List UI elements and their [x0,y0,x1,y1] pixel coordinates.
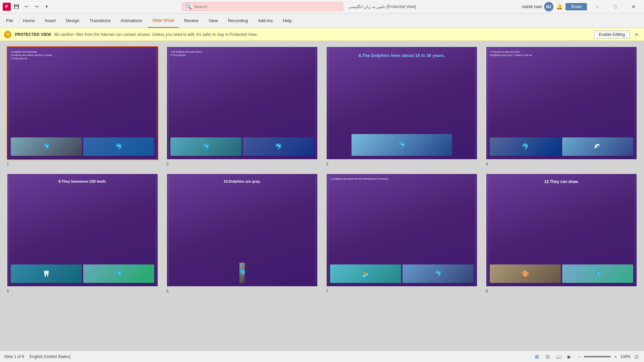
slide-3-img: 🐬 [352,134,452,156]
search-box[interactable]: 🔍 [182,2,343,11]
slide-1-number: 1 [7,162,158,167]
shield-icon: 🛡 [4,31,11,38]
slide-2-img-2: 🐬 [243,137,314,156]
protected-message: Be careful—files from the Internet can c… [54,32,591,37]
zoom-slider-fill [584,356,611,357]
slides-grid: 1.Dolphins are mammals.2.Dolphins are ma… [7,46,637,294]
slide-4-text: 7.They love to play and jump .8.Dolphins… [490,50,633,57]
close-button[interactable]: ✕ [626,0,641,13]
slide-item-1[interactable]: 1.Dolphins are mammals.2.Dolphins are ma… [7,46,158,167]
slide-thumb-1[interactable]: 1.Dolphins are mammals.2.Dolphins are ma… [7,46,158,160]
slide-2-number: 2 [166,162,318,167]
tab-view[interactable]: View [204,13,223,28]
slide-thumb-8[interactable]: 12.They can draw. 🎨 🐬 [486,173,637,287]
slide-8-title: 12.They can draw. [490,179,633,184]
slide-1-text: 1.Dolphins are mammals.2.Dolphins are ma… [11,50,154,60]
slide-thumb-4[interactable]: 7.They love to play and jump .8.Dolphins… [486,46,637,160]
protected-label: PROTECTED VIEW [15,32,51,37]
slide-8-img-2: 🐬 [562,264,633,283]
share-button[interactable]: Share [566,3,587,10]
slide-5-img-2: 🐬 [83,264,154,283]
slide-thumb-2[interactable]: 4.All Dolphins are meat eaters.5.They ea… [166,46,318,160]
slide-8-img-1: 🎨 [490,264,561,283]
minimize-button[interactable]: − [590,0,605,13]
tab-insert[interactable]: Insert [40,13,61,28]
document-title: دلفین به زبان انگلیسی [Protected View] [348,4,416,9]
title-bar-center: 🔍 دلفین به زبان انگلیسی [Protected View] [76,2,522,11]
slide-8-number: 8 [486,289,637,294]
tab-home[interactable]: Home [18,13,40,28]
slide-thumb-6[interactable]: 10.Dolphins are gray. 🐬 [166,173,318,287]
slide-5-title: 9.They havemore 200 teeth. [11,179,154,183]
zoom-controls: − + 100% [576,353,631,360]
slide-thumb-5[interactable]: 9.They havemore 200 teeth. 🦷 🐬 [7,173,158,287]
ribbon: File Home Insert Design Transitions Anim… [0,13,644,28]
slide-item-5[interactable]: 9.They havemore 200 teeth. 🦷 🐬 5 [7,173,158,294]
slide-sorter-button[interactable]: ⊟ [544,353,552,361]
slide-7-img-1: 🏄 [330,264,401,283]
slide-7-img-2: 🐬 [402,264,474,283]
slide-5-img-1: 🦷 [11,264,82,283]
main-area: 1.Dolphins are mammals.2.Dolphins are ma… [0,41,644,351]
protected-view-bar: 🛡 PROTECTED VIEW Be careful—files from t… [0,28,644,41]
tab-file[interactable]: File [1,13,18,28]
zoom-in-button[interactable]: + [612,353,619,360]
user-badge: mahdi ziaei MZ [522,2,553,11]
slide-item-4[interactable]: 7.They love to play and jump .8.Dolphins… [486,46,637,167]
slide-4-img-1: 🐬 [490,137,561,156]
protected-close-button[interactable]: ✕ [633,31,640,38]
normal-view-button[interactable]: ⊞ [533,353,541,361]
undo-button[interactable]: ↩ [22,2,31,11]
search-input[interactable] [194,4,340,9]
reading-view-button[interactable]: 📖 [554,353,562,361]
slide-thumb-3[interactable]: 6.The Dolphins lives about 18 to 30 year… [326,46,478,160]
tab-recording[interactable]: Recording [223,13,253,28]
status-bar-right: ⊞ ⊟ 📖 ▶ − + 100% ⊡ [533,353,640,361]
slide-7-text: 11.Dolphins are trained for the entertai… [330,177,474,181]
title-bar: P 💾 ↩ ↪ ▾ 🔍 دلفین به زبان انگلیسی [Prote… [0,0,644,13]
notifications-icon[interactable]: 🔔 [556,3,563,10]
slide-item-8[interactable]: 12.They can draw. 🎨 🐬 8 [486,173,637,294]
save-button[interactable]: 💾 [12,2,21,11]
zoom-out-button[interactable]: − [576,353,583,360]
redo-button[interactable]: ↪ [32,2,41,11]
user-name: mahdi ziaei [522,4,542,9]
search-icon: 🔍 [185,3,192,10]
slide-6-img: 🐬 [239,263,245,283]
powerpoint-icon: P [3,3,11,11]
slide-item-6[interactable]: 10.Dolphins are gray. 🐬 6 [166,173,318,294]
tab-animations[interactable]: Animations [116,13,147,28]
slideshow-button[interactable]: ▶ [565,353,573,361]
slide-6-number: 6 [166,289,318,294]
slide-item-3[interactable]: 6.The Dolphins lives about 18 to 30 year… [326,46,478,167]
zoom-slider[interactable] [584,356,611,357]
slide-1-img-1: 🐬 [11,137,82,156]
tab-help[interactable]: Help [278,13,297,28]
maximize-button[interactable]: □ [608,0,623,13]
customize-button[interactable]: ▾ [42,2,51,11]
slide-3-title: 6.The Dolphins lives about 18 to 30 year… [330,53,474,58]
title-bar-left: P 💾 ↩ ↪ ▾ [3,2,76,11]
tab-slideshow[interactable]: Slide Show [148,13,179,28]
zoom-level: 100% [620,354,631,359]
slide-item-2[interactable]: 4.All Dolphins are meat eaters.5.They ea… [166,46,318,167]
slide-2-text: 4.All Dolphins are meat eaters.5.They ea… [170,50,314,57]
tab-transitions[interactable]: Transitions [85,13,115,28]
user-avatar: MZ [544,2,553,11]
status-bar: Slide 1 of 8 English (United States) ⊞ ⊟… [0,351,644,362]
slide-item-7[interactable]: 11.Dolphins are trained for the entertai… [326,173,478,294]
tab-addins[interactable]: Add-ins [253,13,277,28]
title-bar-right: mahdi ziaei MZ 🔔 Share − □ ✕ [522,0,641,13]
slide-4-number: 4 [486,162,637,167]
slide-5-number: 5 [7,289,158,294]
tab-review[interactable]: Review [179,13,203,28]
slide-7-number: 7 [326,289,478,294]
fit-button[interactable]: ⊡ [633,353,640,360]
slide-thumb-7[interactable]: 11.Dolphins are trained for the entertai… [326,173,478,287]
tab-design[interactable]: Design [61,13,84,28]
slide-4-img-2: 🌊 [562,137,633,156]
enable-editing-button[interactable]: Enable Editing [594,31,630,39]
slide-info: Slide 1 of 8 [4,354,24,359]
slide-2-img-1: 🐬 [170,137,241,156]
slide-1-img-2: 🐬 [83,137,154,156]
